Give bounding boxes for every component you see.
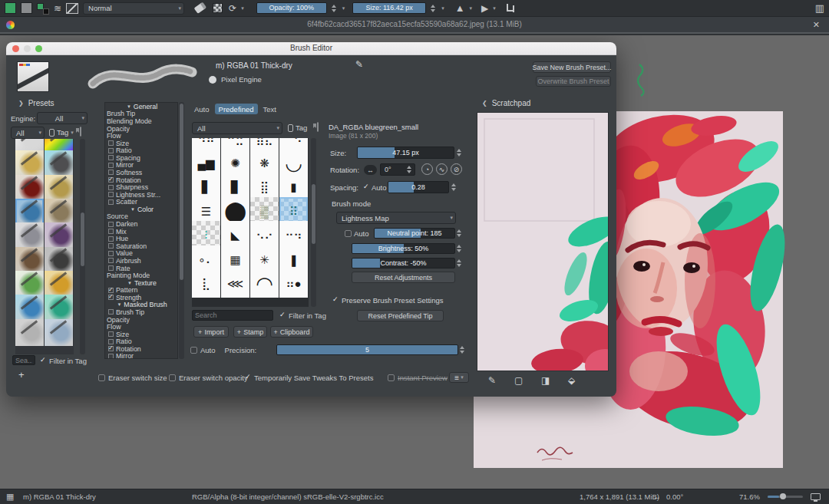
spacing-auto[interactable]: Auto: [362, 183, 387, 192]
brush-option-row[interactable]: Opacity: [105, 125, 177, 133]
contrast-spinner[interactable]: [457, 258, 463, 268]
temp-save-tweaks[interactable]: Temporarily Save Tweaks To Presets: [244, 374, 373, 382]
option-checkbox[interactable]: [108, 199, 114, 205]
brush-tip-cell[interactable]: ⣇: [192, 269, 220, 298]
foreground-color-swatch[interactable]: [5, 2, 16, 14]
tip-bookmark-button[interactable]: [317, 122, 319, 132]
option-checkbox[interactable]: [108, 295, 114, 300]
brush-option-row[interactable]: Painting Mode: [105, 272, 177, 279]
preset-thumbnail[interactable]: [15, 319, 44, 346]
zoom-slider[interactable]: [768, 496, 803, 498]
tip-size-slider[interactable]: 47.15 px: [357, 147, 454, 159]
preset-thumbnail[interactable]: [45, 150, 73, 177]
tip-tab[interactable]: Text: [259, 104, 280, 114]
option-checkbox[interactable]: [108, 192, 114, 197]
brush-option-row[interactable]: Source: [105, 213, 177, 221]
brush-option-row[interactable]: Airbrush: [105, 257, 177, 265]
brush-option-row[interactable]: Mix: [105, 228, 177, 236]
brush-option-row[interactable]: Color: [105, 206, 177, 213]
crop-tool-icon[interactable]: [505, 4, 514, 13]
option-checkbox[interactable]: [108, 155, 114, 160]
size-caret[interactable]: ▾: [441, 5, 444, 12]
rotation-disable-icon[interactable]: ⊘: [451, 163, 462, 175]
wrap-caret[interactable]: ▾: [493, 5, 496, 12]
preserve-alpha-icon[interactable]: [213, 3, 223, 13]
preset-filter-in-tag[interactable]: Filter in Tag: [39, 357, 87, 365]
engine-filter-select[interactable]: All: [37, 112, 88, 124]
neutral-spinner[interactable]: [457, 228, 463, 239]
brush-option-row[interactable]: Value: [105, 250, 177, 258]
preset-thumbnail[interactable]: [15, 271, 44, 298]
brush-option-row[interactable]: Flow: [105, 132, 177, 140]
preset-thumbnail[interactable]: [45, 222, 73, 249]
tip-search-input[interactable]: [192, 310, 273, 321]
eraser-size-checkbox[interactable]: [98, 374, 105, 381]
rename-preset-icon[interactable]: ✎: [355, 59, 363, 70]
option-checkbox[interactable]: [108, 288, 114, 293]
option-checkbox[interactable]: [108, 177, 114, 183]
neutral-auto[interactable]: Auto: [345, 229, 369, 238]
preset-thumbnail[interactable]: [45, 175, 73, 202]
brush-options-list[interactable]: General Brush Tip Blending Mode: [104, 102, 178, 359]
brush-option-row[interactable]: Darken: [105, 220, 177, 228]
brush-option-row[interactable]: Size: [105, 140, 177, 147]
option-checkbox[interactable]: [108, 251, 114, 256]
detach-menu-button[interactable]: ≡ ▾: [449, 372, 469, 383]
brush-option-row[interactable]: Ratio: [105, 338, 177, 346]
reload-dropdown-caret[interactable]: ▾: [241, 5, 244, 12]
eraser-switch-size[interactable]: Eraser switch size: [98, 374, 167, 382]
tip-tab[interactable]: Auto: [190, 104, 213, 114]
fit-screen-icon[interactable]: [811, 493, 821, 500]
save-new-preset-button[interactable]: Save New Brush Preset...: [533, 61, 611, 73]
scratchpad-canvas[interactable]: [477, 112, 609, 371]
option-checkbox[interactable]: [108, 185, 114, 190]
instant-preview-checkbox[interactable]: [388, 374, 395, 381]
brush-size-slider[interactable]: Size: 116.42 px: [352, 2, 426, 14]
scratchpad-paint-icon[interactable]: ✎: [488, 375, 496, 386]
mirror-caret[interactable]: ▾: [470, 5, 473, 12]
preset-thumbnail[interactable]: [15, 150, 44, 177]
option-checkbox[interactable]: [108, 222, 114, 227]
preserve-settings[interactable]: Preserve Brush Preset Settings: [332, 296, 444, 305]
rotation-spinner[interactable]: [407, 166, 413, 173]
stamp-tip-button[interactable]: + Stamp: [233, 326, 267, 338]
contrast-slider[interactable]: Contrast: -50%: [352, 258, 455, 268]
scratchpad-header[interactable]: ❮ Scratchpad: [482, 99, 530, 107]
gradient-icon[interactable]: ≋: [54, 4, 61, 13]
tip-type-tabs[interactable]: AutoPredefinedText: [190, 104, 280, 114]
option-checkbox[interactable]: [108, 339, 114, 344]
reset-predefined-tip-button[interactable]: Reset Predefined Tip: [357, 310, 444, 321]
precision-slider[interactable]: 5: [276, 344, 458, 355]
preset-thumbnail[interactable]: [15, 295, 44, 321]
preset-grid[interactable]: [15, 139, 74, 354]
option-checkbox[interactable]: [108, 258, 114, 263]
option-checkbox[interactable]: [108, 346, 114, 351]
tip-tag-filter-select[interactable]: All: [192, 122, 282, 134]
scratchpad-fill-gradient-icon[interactable]: ◨: [541, 375, 550, 386]
brightness-slider[interactable]: Brightness: 50%: [352, 243, 455, 254]
brush-tip-cell[interactable]: ⠶●: [279, 269, 308, 298]
options-scrollbar[interactable]: [179, 102, 184, 359]
clipboard-tip-button[interactable]: + Clipboard: [270, 326, 313, 338]
rotation-clock-icon[interactable]: ◔: [421, 163, 433, 175]
brush-option-row[interactable]: Scatter: [105, 199, 177, 206]
scratchpad-fill-page-icon[interactable]: ▢: [514, 375, 523, 386]
brush-option-row[interactable]: Spacing: [105, 154, 177, 162]
preset-thumbnail[interactable]: [45, 271, 73, 298]
filter-in-tag-checkbox[interactable]: [39, 357, 46, 364]
opacity-caret[interactable]: ▾: [342, 5, 345, 12]
background-color-swatch[interactable]: [21, 2, 32, 14]
rotation-wave-icon[interactable]: ∿: [436, 163, 448, 175]
spacing-spinner[interactable]: [451, 182, 457, 193]
preset-thumbnail[interactable]: [15, 175, 44, 202]
brush-option-row[interactable]: Brush Tip: [105, 110, 177, 118]
opacity-spinner[interactable]: [332, 5, 338, 12]
preset-thumbnail[interactable]: [15, 247, 44, 274]
mirror-tool-icon[interactable]: ▲: [455, 3, 465, 13]
overwrite-preset-button[interactable]: Overwrite Brush Preset: [536, 76, 611, 87]
preset-tag-button[interactable]: Tag ▾: [49, 128, 74, 137]
preset-thumbnail[interactable]: [45, 295, 73, 321]
brush-option-row[interactable]: Size: [105, 331, 177, 338]
blending-mode-select[interactable]: Normal: [83, 2, 184, 15]
brush-option-row[interactable]: Texture: [105, 279, 177, 287]
